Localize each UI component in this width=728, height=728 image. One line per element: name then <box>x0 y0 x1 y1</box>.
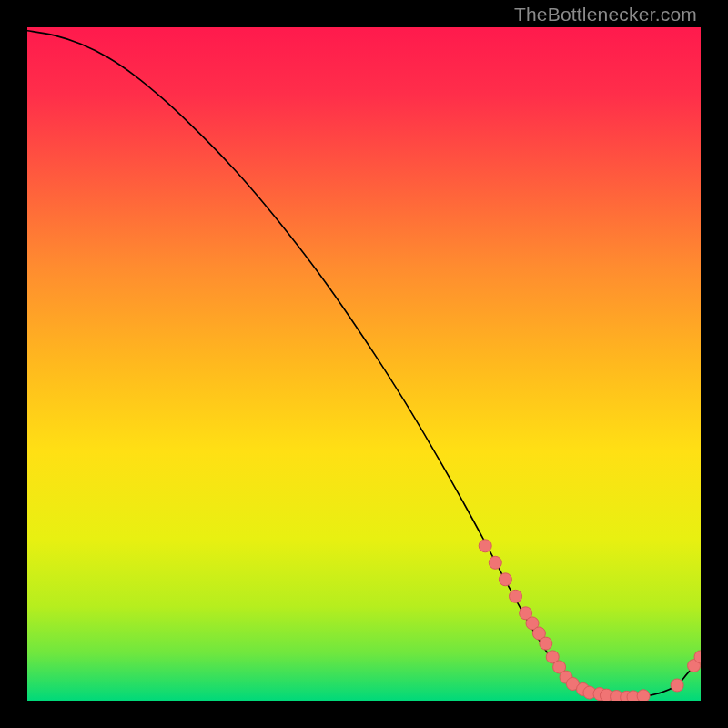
data-marker <box>489 556 501 569</box>
data-marker <box>510 590 522 602</box>
data-marker <box>479 540 491 552</box>
gradient-bg <box>27 27 701 701</box>
data-marker <box>637 690 650 701</box>
data-marker <box>499 573 511 586</box>
chart-stage: TheBottlenecker.com <box>0 0 728 728</box>
data-marker <box>671 679 683 692</box>
plot-area <box>27 27 701 701</box>
chart-svg <box>27 27 701 701</box>
data-marker <box>540 637 552 650</box>
attribution-label: TheBottlenecker.com <box>514 4 697 25</box>
